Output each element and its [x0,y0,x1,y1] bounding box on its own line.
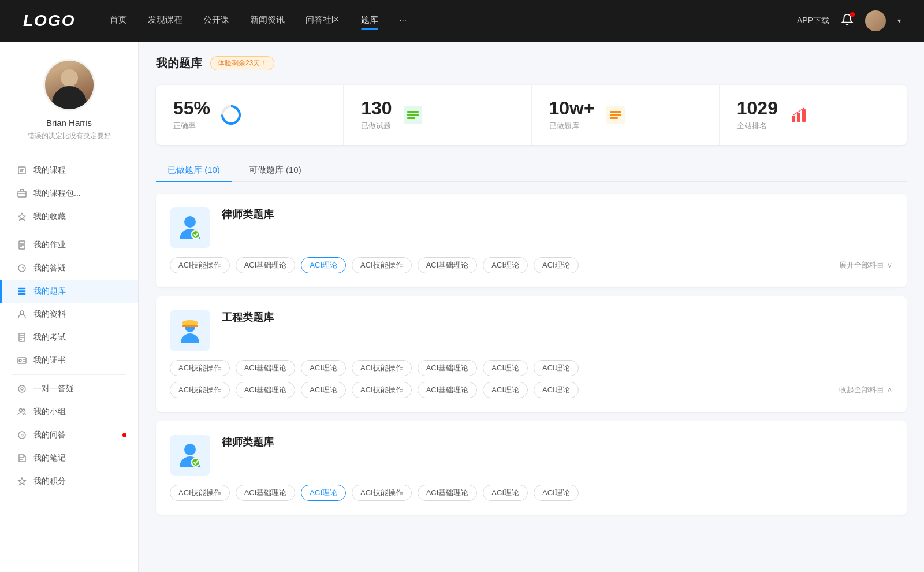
tag-2-7[interactable]: ACI理论 [534,360,579,376]
stat-done-banks-value: 10w+ [549,99,595,117]
tag-2-5[interactable]: ACI基础理论 [418,360,478,376]
lawyer-svg-1 [175,213,205,243]
sidebar-item-my-qa[interactable]: ? 我的问答 [0,424,138,447]
nav-discover[interactable]: 发现课程 [148,14,182,28]
tag-1-3[interactable]: ACI理论 [301,257,346,273]
tag-2-2[interactable]: ACI基础理论 [236,360,296,376]
svg-point-48 [192,231,199,238]
tab-available[interactable]: 可做题库 (10) [237,159,313,181]
stat-done-banks: 10w+ 已做题库 [532,85,720,145]
sidebar-item-group[interactable]: 我的小组 [0,400,138,424]
qbank-icon-lawyer-2 [170,435,210,476]
tag-2-3[interactable]: ACI理论 [301,360,346,376]
svg-point-26 [20,409,23,412]
nav-more[interactable]: ··· [399,14,407,28]
tag-1-6[interactable]: ACI理论 [483,257,528,273]
sidebar-label-exam: 我的考试 [33,332,66,343]
sidebar-item-exam[interactable]: 我的考试 [0,326,138,349]
tag-2-13[interactable]: ACI理论 [483,382,528,398]
tag-2-14[interactable]: ACI理论 [534,382,579,398]
tag-3-1[interactable]: ACI技能操作 [170,485,230,501]
svg-rect-14 [18,293,25,295]
tag-1-5[interactable]: ACI基础理论 [418,257,478,273]
sidebar: Brian Harris 错误的决定比没有决定要好 我的课程 我的课程包... [0,42,139,572]
tag-1-1[interactable]: ACI技能操作 [170,257,230,273]
tag-3-4[interactable]: ACI技能操作 [352,485,412,501]
nav-opencourse[interactable]: 公开课 [203,14,229,28]
tag-3-5[interactable]: ACI基础理论 [418,485,478,501]
svg-point-27 [23,409,25,411]
tag-3-2[interactable]: ACI基础理论 [236,485,296,501]
sidebar-item-questionbank[interactable]: 我的题库 [0,280,138,303]
svg-marker-32 [18,478,25,485]
sidebar-label-1on1: 一对一答疑 [33,384,74,394]
homework-icon [17,240,27,250]
logo[interactable]: LOGO [23,12,75,30]
expand-btn-1[interactable]: 展开全部科目 ∨ [839,260,893,270]
sidebar-menu: 我的课程 我的课程包... 我的收藏 我的作业 [0,153,138,499]
tag-3-7[interactable]: ACI理论 [534,485,579,501]
svg-rect-13 [18,291,25,292]
list-orange-icon [604,103,627,127]
tag-3-6[interactable]: ACI理论 [483,485,528,501]
stat-rank: 1029 全站排名 [720,85,907,145]
sidebar-item-notes[interactable]: 我的笔记 [0,447,138,470]
tag-2-1[interactable]: ACI技能操作 [170,360,230,376]
tag-2-6[interactable]: ACI理论 [483,360,528,376]
qbank-icon-lawyer-1 [170,207,210,248]
svg-point-53 [184,444,196,455]
stat-done-questions-label: 已做试题 [361,121,392,131]
bar-red-icon [787,103,810,127]
svg-rect-42 [610,117,618,119]
tag-1-2[interactable]: ACI基础理论 [236,257,296,273]
sidebar-item-homework[interactable]: 我的作业 [0,233,138,257]
sidebar-label-homework: 我的作业 [33,240,66,250]
app-download-button[interactable]: APP下载 [797,16,829,26]
tag-3-3[interactable]: ACI理论 [301,485,346,501]
sidebar-item-course-package[interactable]: 我的课程包... [0,182,138,205]
avatar-dropdown-arrow[interactable]: ▾ [897,17,901,25]
tag-1-4[interactable]: ACI技能操作 [352,257,412,273]
qbank-name-1: 律师类题库 [222,207,274,221]
tab-done[interactable]: 已做题库 (10) [156,159,232,181]
qbank-tags-1: ACI技能操作 ACI基础理论 ACI理论 ACI技能操作 ACI基础理论 AC… [170,257,893,273]
sidebar-divider-2 [12,374,126,375]
nav-news[interactable]: 新闻资讯 [250,14,285,28]
svg-point-24 [18,385,25,392]
avatar[interactable] [865,10,886,31]
tag-2-12[interactable]: ACI基础理论 [418,382,478,398]
svg-rect-43 [792,116,795,122]
sidebar-item-qa[interactable]: ? 我的答疑 [0,257,138,280]
tag-2-4[interactable]: ACI技能操作 [352,360,412,376]
svg-point-46 [184,216,196,228]
sidebar-label-course-package: 我的课程包... [33,188,81,199]
notification-bell[interactable] [841,13,854,28]
sidebar-item-my-course[interactable]: 我的课程 [0,159,138,182]
sidebar-label-qa: 我的答疑 [33,263,66,273]
sidebar-label-notes: 我的笔记 [33,453,66,463]
points-icon [17,477,27,486]
tag-2-8[interactable]: ACI技能操作 [170,382,230,398]
navbar: LOGO 首页 发现课程 公开课 新闻资讯 问答社区 题库 ··· APP下载 … [0,0,924,42]
stat-accuracy: 55% 正确率 [156,85,344,145]
sidebar-item-points[interactable]: 我的积分 [0,470,138,493]
qa-badge [122,433,126,437]
nav-qa[interactable]: 问答社区 [305,14,340,28]
sidebar-item-1on1[interactable]: 一对一答疑 [0,377,138,400]
qbank-card-engineer-1: 工程类题库 ACI技能操作 ACI基础理论 ACI理论 ACI技能操作 ACI基… [156,296,907,412]
profile-icon [17,310,27,319]
exam-icon [17,333,27,342]
nav-questionbank[interactable]: 题库 [361,14,378,28]
tag-2-9[interactable]: ACI基础理论 [236,382,296,398]
tag-2-10[interactable]: ACI理论 [301,382,346,398]
qbank-tags-2-row2: ACI技能操作 ACI基础理论 ACI理论 ACI技能操作 ACI基础理论 AC… [170,382,893,398]
sidebar-item-certificate[interactable]: 我的证书 [0,349,138,372]
tag-2-11[interactable]: ACI技能操作 [352,382,412,398]
tag-1-7[interactable]: ACI理论 [534,257,579,273]
sidebar-item-favorites[interactable]: 我的收藏 [0,205,138,228]
lawyer-svg-2 [175,440,205,470]
collapse-btn-2[interactable]: 收起全部科目 ∧ [839,385,893,395]
sidebar-item-profile[interactable]: 我的资料 [0,303,138,326]
nav-home[interactable]: 首页 [110,14,127,28]
stat-rank-label: 全站排名 [737,121,778,131]
